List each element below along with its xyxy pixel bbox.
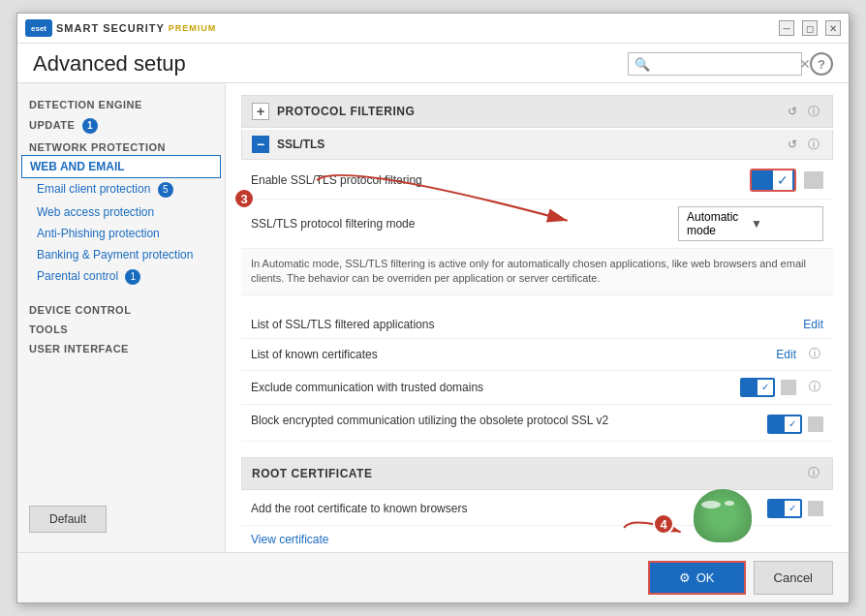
ssl-mode-select[interactable]: Automatic mode ▼ bbox=[678, 206, 823, 241]
ssl-tls-reset-icon[interactable]: ↺ bbox=[784, 136, 801, 153]
parental-badge: 1 bbox=[125, 269, 140, 285]
ssl-tls-collapse[interactable]: − bbox=[252, 136, 269, 153]
ok-icon: ⚙ bbox=[679, 570, 691, 585]
search-box[interactable]: 🔍 ✕ bbox=[628, 52, 802, 76]
block-ssl-knob: ✓ bbox=[785, 416, 800, 432]
sidebar-section-ui: USER INTERFACE bbox=[17, 337, 225, 356]
exclude-trusted-toggle[interactable]: ✓ bbox=[740, 378, 775, 397]
sidebar-section-tools: TOOLS bbox=[17, 318, 225, 337]
block-ssl-row: Block encrypted communication utilizing … bbox=[241, 405, 833, 442]
view-cert-link[interactable]: View certificate bbox=[251, 533, 328, 546]
list-certs-info-icon[interactable]: ⓘ bbox=[806, 346, 823, 363]
annotation-3: 3 bbox=[233, 188, 255, 209]
logo-premium: PREMIUM bbox=[169, 23, 217, 33]
root-cert-title: ROOT CERTIFICATE bbox=[252, 467, 801, 480]
window-controls: ─ ◻ ✕ bbox=[779, 20, 841, 36]
protocol-filtering-header: + PROTOCOL FILTERING ↺ ⓘ bbox=[241, 95, 833, 128]
enable-ssl-control: ✓ bbox=[750, 169, 823, 192]
logo-text: SMART SECURITY bbox=[56, 22, 165, 34]
exclude-trusted-label: Exclude communication with trusted domai… bbox=[251, 381, 740, 394]
add-root-cert-track bbox=[808, 501, 823, 516]
ok-button[interactable]: ⚙ OK bbox=[648, 561, 746, 595]
exclude-trusted-info-icon[interactable]: ⓘ bbox=[806, 379, 823, 396]
search-input[interactable] bbox=[654, 57, 799, 71]
main-content: + PROTOCOL FILTERING ↺ ⓘ − SSL/TLS ↺ ⓘ E… bbox=[226, 83, 849, 552]
enable-ssl-track bbox=[804, 171, 823, 189]
block-ssl-toggle[interactable]: ✓ bbox=[767, 415, 802, 434]
protocol-filtering-expand[interactable]: + bbox=[252, 103, 269, 120]
block-ssl-track bbox=[808, 416, 823, 432]
sidebar-subitem-web-access[interactable]: Web access protection bbox=[17, 201, 225, 223]
main-header: Advanced setup 🔍 ✕ ? bbox=[17, 44, 849, 83]
bottom-bar: ⚙ OK Cancel bbox=[17, 552, 849, 602]
enable-ssl-toggle[interactable]: ✓ bbox=[750, 169, 796, 192]
ok-label: OK bbox=[696, 570, 715, 585]
ssl-tls-info-icon[interactable]: ⓘ bbox=[805, 136, 822, 153]
exclude-trusted-track bbox=[781, 380, 796, 395]
eset-icon: eset bbox=[25, 19, 52, 37]
sidebar-subitem-email[interactable]: Email client protection 5 bbox=[17, 178, 225, 201]
protocol-filtering-reset-icon[interactable]: ↺ bbox=[784, 103, 801, 120]
list-apps-row: List of SSL/TLS filtered applications Ed… bbox=[241, 311, 833, 339]
ssl-tls-title: SSL/TLS bbox=[277, 138, 780, 151]
exclude-trusted-knob: ✓ bbox=[758, 380, 773, 395]
sidebar-section-update[interactable]: UPDATE 1 bbox=[17, 112, 225, 136]
block-ssl-label: Block encrypted communication utilizing … bbox=[251, 413, 767, 429]
ssl-mode-value: Automatic mode bbox=[687, 210, 751, 237]
exclude-trusted-row: Exclude communication with trusted domai… bbox=[241, 371, 833, 405]
list-apps-edit[interactable]: Edit bbox=[803, 318, 823, 331]
add-root-cert-label: Add the root certificate to known browse… bbox=[251, 502, 767, 515]
list-certs-label: List of known certificates bbox=[251, 348, 776, 361]
add-root-cert-toggle[interactable]: ✓ bbox=[767, 499, 802, 518]
cancel-button[interactable]: Cancel bbox=[754, 561, 833, 595]
email-badge: 5 bbox=[158, 182, 173, 198]
protocol-filtering-info-icon[interactable]: ⓘ bbox=[805, 103, 822, 120]
header-right: 🔍 ✕ ? bbox=[628, 52, 833, 76]
sidebar-subitem-banking[interactable]: Banking & Payment protection bbox=[17, 244, 225, 265]
add-root-cert-knob: ✓ bbox=[785, 501, 800, 516]
enable-ssl-label: Enable SSL/TLS protocol filtering bbox=[251, 173, 750, 187]
close-button[interactable]: ✕ bbox=[825, 20, 841, 36]
ssl-tls-header: − SSL/TLS ↺ ⓘ bbox=[241, 130, 833, 160]
list-certs-row: List of known certificates Edit ⓘ bbox=[241, 339, 833, 371]
help-button[interactable]: ? bbox=[810, 52, 833, 76]
step-4-badge: 4 bbox=[653, 513, 674, 535]
sidebar-section-network: NETWORK PROTECTION bbox=[17, 136, 225, 155]
minimize-button[interactable]: ─ bbox=[779, 20, 794, 36]
default-button[interactable]: Default bbox=[29, 506, 107, 533]
step-3-badge: 3 bbox=[233, 188, 255, 209]
ssl-mode-row: SSL/TLS protocol filtering mode Automati… bbox=[241, 200, 833, 249]
root-cert-info-icon[interactable]: ⓘ bbox=[805, 465, 822, 482]
titlebar: eset SMART SECURITY PREMIUM ─ ◻ ✕ bbox=[17, 14, 849, 44]
root-cert-header: ROOT CERTIFICATE ⓘ bbox=[241, 457, 833, 490]
search-icon: 🔍 bbox=[634, 57, 650, 72]
ssl-mode-label: SSL/TLS protocol filtering mode bbox=[251, 217, 678, 231]
sidebar-section-detection: DETECTION ENGINE bbox=[17, 93, 225, 112]
sidebar-item-web-email[interactable]: WEB AND EMAIL bbox=[21, 155, 221, 178]
sidebar-section-device: DEVICE CONTROL bbox=[17, 298, 225, 318]
list-apps-label: List of SSL/TLS filtered applications bbox=[251, 318, 803, 331]
app-logo: eset SMART SECURITY PREMIUM bbox=[25, 19, 216, 37]
select-arrow-icon: ▼ bbox=[751, 217, 815, 231]
enable-ssl-row: Enable SSL/TLS protocol filtering ✓ bbox=[241, 162, 833, 200]
sidebar-subitem-antiphishing[interactable]: Anti-Phishing protection bbox=[17, 223, 225, 244]
sidebar: DETECTION ENGINE UPDATE 1 NETWORK PROTEC… bbox=[17, 83, 226, 552]
sidebar-footer: Default bbox=[17, 496, 225, 542]
mascot-image bbox=[694, 489, 752, 542]
sidebar-subitem-parental[interactable]: Parental control 1 bbox=[17, 265, 225, 289]
content-area: DETECTION ENGINE UPDATE 1 NETWORK PROTEC… bbox=[17, 83, 849, 552]
annotation-4: 4 bbox=[653, 513, 674, 535]
enable-ssl-knob: ✓ bbox=[773, 170, 792, 190]
page-title: Advanced setup bbox=[33, 51, 186, 77]
maximize-button[interactable]: ◻ bbox=[802, 20, 818, 36]
list-certs-edit[interactable]: Edit bbox=[776, 348, 796, 361]
ssl-info-text: In Automatic mode, SSL/TLS filtering is … bbox=[241, 249, 833, 295]
protocol-filtering-title: PROTOCOL FILTERING bbox=[277, 105, 780, 118]
update-badge: 1 bbox=[82, 118, 98, 134]
